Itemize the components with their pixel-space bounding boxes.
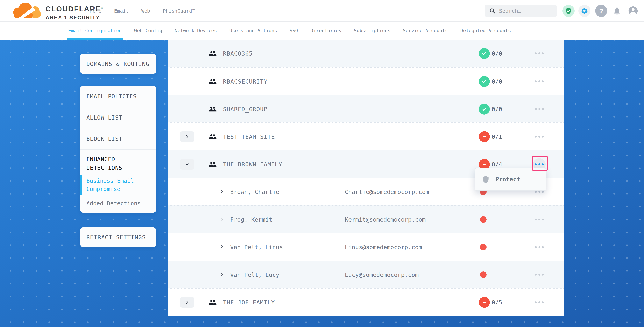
- status-fail-dot: [480, 216, 486, 223]
- app-root: CLOUDFLARE® AREA 1 SECURITY HomeEmailWeb…: [0, 0, 644, 327]
- shield-icon: [482, 175, 490, 184]
- chevron-right-icon: [219, 272, 224, 277]
- tab-subscriptions[interactable]: Subscriptions: [354, 22, 390, 40]
- search-icon: [489, 8, 496, 14]
- status-pass-badge: [479, 76, 490, 87]
- user-email: Lucy@somedemocorp.com: [345, 261, 418, 289]
- app-header: CLOUDFLARE® AREA 1 SECURITY HomeEmailWeb…: [0, 0, 644, 22]
- sidebar-item-email-policies[interactable]: EMAIL POLICIES: [80, 86, 156, 107]
- protected-count: 0/0: [492, 68, 502, 95]
- protected-count: 0/1: [492, 123, 502, 150]
- chevron-right-icon[interactable]: [219, 272, 224, 278]
- check-icon: [481, 78, 487, 84]
- search-input[interactable]: Search…: [485, 5, 557, 17]
- account-avatar-icon[interactable]: [627, 5, 639, 17]
- tab-sso[interactable]: SSO: [290, 22, 298, 40]
- group-row-rbaco365: RBACO3650/0: [168, 40, 564, 67]
- sidebar-item-domains-routing[interactable]: DOMAINS & ROUTING: [80, 54, 156, 74]
- chevron-right-icon[interactable]: [219, 244, 224, 250]
- row-menu-button-the-joe-family[interactable]: [533, 296, 546, 308]
- tab-service-accounts[interactable]: Service Accounts: [403, 22, 448, 40]
- chevron-right-icon: [185, 300, 190, 305]
- user-name: Van Pelt, Linus: [230, 233, 283, 261]
- sidebar-item-label: DOMAINS & ROUTING: [86, 60, 150, 67]
- sidebar-item-retract-settings[interactable]: RETRACT SETTINGS: [80, 228, 156, 247]
- chevron-right-icon: [219, 244, 224, 249]
- user-name: Brown, Charlie: [230, 178, 280, 206]
- status-pass-badge: [479, 48, 490, 59]
- tab-delegated-accounts[interactable]: Delegated Accounts: [460, 22, 511, 40]
- user-name: Frog, Kermit: [230, 206, 272, 233]
- chevron-right-icon: [185, 134, 190, 139]
- row-menu-button-rbacsecurity[interactable]: [533, 75, 546, 87]
- chevron-right-icon[interactable]: [219, 217, 224, 222]
- menu-item-protect[interactable]: Protect: [496, 176, 520, 183]
- group-row-test-team-site: TEST TEAM SITE0/1: [168, 122, 564, 150]
- help-icon[interactable]: ?: [595, 5, 607, 17]
- expand-button-the-brown-family[interactable]: [180, 159, 194, 170]
- status-fail-badge: [479, 131, 490, 142]
- status-fail-dot: [480, 271, 486, 278]
- section-tabbar: Email ConfigurationWeb ConfigNetwork Dev…: [0, 22, 644, 40]
- tab-web-config[interactable]: Web Config: [134, 22, 162, 40]
- tab-network-devices[interactable]: Network Devices: [175, 22, 217, 40]
- row-menu-button-van-pelt-linus[interactable]: [533, 241, 546, 253]
- group-people-icon: [208, 77, 217, 86]
- user-email: Charlie@somedemocorp.com: [345, 178, 429, 206]
- group-row-shared-group: SHARED_GROUP0/0: [168, 95, 564, 122]
- people-icon: [208, 105, 217, 113]
- group-people-icon: [208, 105, 217, 114]
- protection-shield-icon[interactable]: [562, 5, 574, 17]
- top-nav-item-email[interactable]: Email: [114, 8, 128, 14]
- settings-gear-icon[interactable]: [578, 5, 590, 17]
- minus-icon: [481, 161, 487, 167]
- group-row-rbacsecurity: RBACSECURITY0/0: [168, 67, 564, 95]
- row-menu-button-van-pelt-lucy[interactable]: [533, 269, 546, 281]
- people-icon: [208, 298, 217, 307]
- row-menu-button-test-team-site[interactable]: [533, 131, 546, 143]
- top-nav: HomeEmailWebPhishGuard™: [90, 0, 195, 22]
- people-icon: [208, 160, 217, 168]
- chevron-down-icon: [185, 162, 190, 167]
- tab-users-and-actions[interactable]: Users and Actions: [230, 22, 277, 40]
- expand-button-test-team-site[interactable]: [180, 131, 194, 142]
- check-icon: [481, 50, 487, 56]
- top-nav-item-phishguard[interactable]: PhishGuard™: [163, 8, 195, 14]
- sidebar-item-added-detections[interactable]: Added Detections: [86, 199, 150, 207]
- content-area: DOMAINS & ROUTING EMAIL POLICIESALLOW LI…: [0, 40, 644, 327]
- top-nav-item-home[interactable]: Home: [90, 8, 101, 14]
- row-menu-button-rbaco365[interactable]: [533, 47, 546, 59]
- notifications-bell-icon[interactable]: [611, 5, 623, 17]
- status-pass-badge: [479, 104, 490, 114]
- group-name: TEST TEAM SITE: [223, 123, 275, 150]
- chevron-right-icon: [219, 189, 224, 194]
- group-people-icon: [208, 298, 217, 307]
- people-icon: [208, 77, 217, 85]
- sidebar-item-business-email-compromise[interactable]: Business Email Compromise: [86, 177, 150, 193]
- sidebar-policies-card: EMAIL POLICIESALLOW LISTBLOCK LIST ENHAN…: [80, 86, 156, 213]
- minus-icon: [481, 134, 487, 140]
- group-name: SHARED_GROUP: [223, 95, 268, 123]
- sidebar-item-enhanced-detections[interactable]: ENHANCED DETECTIONS: [86, 155, 150, 172]
- row-menu-button-frog-kermit[interactable]: [533, 214, 546, 226]
- protected-count: 0/5: [492, 289, 502, 316]
- check-icon: [481, 106, 487, 112]
- sidebar-item-block-list[interactable]: BLOCK LIST: [80, 128, 156, 149]
- cloudflare-cloud-icon: [11, 2, 43, 20]
- minus-icon: [481, 299, 487, 305]
- user-row-van-pelt-linus: Van Pelt, LinusLinus@somedemocorp.com: [168, 233, 564, 261]
- row-context-menu: Protect: [474, 168, 546, 191]
- tab-directories[interactable]: Directories: [310, 22, 342, 40]
- group-name: THE BROWN FAMILY: [223, 150, 282, 178]
- sidebar-item-allow-list[interactable]: ALLOW LIST: [80, 107, 156, 128]
- sidebar-item-label: RETRACT SETTINGS: [86, 234, 146, 241]
- row-menu-button-shared-group[interactable]: [533, 103, 546, 115]
- user-row-van-pelt-lucy: Van Pelt, LucyLucy@somedemocorp.com: [168, 261, 564, 288]
- expand-button-the-joe-family[interactable]: [180, 297, 194, 308]
- people-icon: [208, 133, 217, 141]
- search-placeholder: Search…: [499, 8, 521, 14]
- chevron-right-icon[interactable]: [219, 189, 224, 195]
- top-nav-item-web[interactable]: Web: [141, 8, 150, 14]
- tab-email-configuration[interactable]: Email Configuration: [68, 22, 122, 40]
- protected-count: 0/0: [492, 40, 502, 67]
